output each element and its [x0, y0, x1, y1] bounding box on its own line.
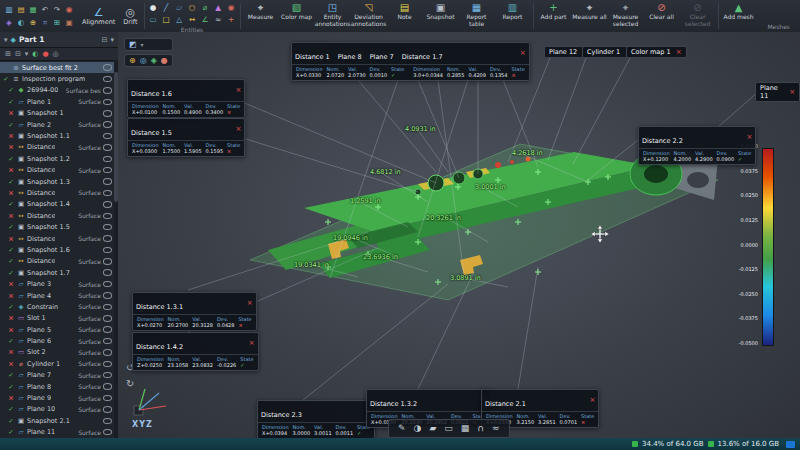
visibility-eye-icon[interactable]: [103, 395, 112, 402]
select-icon[interactable]: ◈: [151, 56, 157, 65]
tree-item[interactable]: ⊛ Surface best fit 2: [0, 62, 118, 73]
visibility-eye-icon[interactable]: [103, 99, 112, 106]
tree-item[interactable]: × ▱ Plane 9 Surface: [0, 392, 118, 403]
cylinder-entity-icon[interactable]: ⌀: [199, 2, 212, 14]
close-icon[interactable]: ×: [789, 88, 795, 96]
visibility-eye-icon[interactable]: [103, 235, 112, 242]
tree-item[interactable]: ✓ ▱ Plane 10 Surface: [0, 404, 118, 415]
clear-selected-button[interactable]: ⊘ Clear selected: [680, 0, 716, 32]
tree-item[interactable]: × ↔ Distance Surface: [0, 233, 118, 244]
visibility-eye-icon[interactable]: [103, 269, 112, 276]
dimension-label[interactable]: 3.0891 in: [450, 274, 481, 282]
tree-item[interactable]: × ↔ Distance Surface: [0, 165, 118, 176]
drift-button[interactable]: ◎ Drift: [119, 5, 141, 27]
tree-item[interactable]: ✓ ▣ Snapshot 1.3: [0, 176, 118, 187]
color-map-1-tag[interactable]: Color map 1 ×: [626, 46, 687, 58]
section-tool-icon[interactable]: ∩: [477, 420, 484, 437]
clear-all-button[interactable]: ⊘ Clear all: [644, 0, 680, 32]
visibility-eye-icon[interactable]: [103, 76, 112, 83]
collapse-all-icon[interactable]: ⊟: [15, 48, 21, 60]
tree-item[interactable]: ✓ ▣ Snapshot 2.1: [0, 415, 118, 426]
visibility-eye-icon[interactable]: [103, 258, 112, 265]
dimension-label[interactable]: 19.0341 in: [294, 261, 329, 269]
wireframe-mode-icon[interactable]: ▦: [461, 420, 470, 437]
view-menu[interactable]: ◩ ▾: [124, 38, 173, 51]
dimension-label[interactable]: 19.0946 in: [333, 234, 368, 242]
curve-entity-icon[interactable]: ≈: [212, 14, 225, 26]
visibility-eye-icon[interactable]: [103, 167, 112, 174]
close-icon[interactable]: ×: [247, 300, 253, 307]
close-icon[interactable]: ×: [249, 340, 255, 347]
visibility-eye-icon[interactable]: [103, 304, 112, 311]
tree-item[interactable]: ✓ ▱ Plane 7 Surface: [0, 370, 118, 381]
visibility-eye-icon[interactable]: [103, 292, 112, 299]
dimension-label[interactable]: 3.0001 in: [475, 183, 506, 191]
tree-item[interactable]: ✓ ▣ Snapshot 1.5: [0, 221, 118, 232]
dimension-label[interactable]: 4.2618 in: [512, 149, 543, 157]
sketch-tool-icon[interactable]: ✎: [398, 420, 406, 437]
slot-entity-icon[interactable]: ▭: [147, 14, 160, 26]
visibility-eye-icon[interactable]: [103, 247, 112, 254]
visibility-eye-icon[interactable]: [103, 190, 112, 197]
collapse-icon[interactable]: ▾: [4, 36, 8, 44]
dimension-label[interactable]: 4.0931 in: [405, 125, 436, 133]
deviation-annotations-button[interactable]: ◹ Deviation annotations: [351, 0, 387, 32]
viewport-3d[interactable]: ◩ ▾ ⊕◎◈● 0.05000.03750.02500.01250.0000-…: [118, 32, 800, 438]
add-part-button[interactable]: + Add part: [536, 0, 572, 32]
close-icon[interactable]: ×: [235, 87, 241, 94]
pick-point-icon[interactable]: ●: [161, 56, 168, 65]
visibility-eye-icon[interactable]: [103, 429, 112, 436]
tree-item[interactable]: ✓ ▣ Snapshot 1.2: [0, 153, 118, 164]
visibility-eye-icon[interactable]: [103, 406, 112, 413]
import-icon[interactable]: ▥: [3, 3, 15, 16]
curvature-tool-icon[interactable]: ≈: [492, 420, 500, 437]
tree-item[interactable]: ✓ ▱ Plane 1 Surface: [0, 96, 118, 107]
visibility-eye-icon[interactable]: [103, 372, 112, 379]
visibility-eye-icon[interactable]: [103, 121, 112, 128]
dimension-label[interactable]: 4.6812 in: [370, 168, 401, 176]
close-icon[interactable]: ×: [746, 134, 752, 141]
visibility-eye-icon[interactable]: [103, 64, 112, 71]
tree-item[interactable]: × ▭ Slot 2 Surface: [0, 347, 118, 358]
color-map-button[interactable]: ▧ Color map: [279, 0, 315, 32]
dimension-label[interactable]: 1.2591 in: [350, 197, 381, 205]
expand-all-icon[interactable]: ⊞: [5, 48, 11, 60]
plane-entity-icon[interactable]: ▱: [173, 2, 186, 14]
open-icon[interactable]: ▤: [15, 3, 27, 16]
tree-item[interactable]: × ▭ Slot 1 Surface: [0, 313, 118, 324]
annotation-distance-2-2[interactable]: Distance 2.2 × DimensionNom.Val.Dev.Stat…: [638, 126, 756, 165]
visibility-eye-icon[interactable]: [103, 338, 112, 345]
filter-icon[interactable]: ▾: [25, 48, 29, 60]
tree-item[interactable]: ✓ ▣ Snapshot 1.4: [0, 199, 118, 210]
shaded-mode-icon[interactable]: ▰: [429, 420, 436, 437]
tree-item[interactable]: × ▣ Snapshot 1: [0, 108, 118, 119]
tree-item[interactable]: ✓ ▱ Plane 8 Surface: [0, 381, 118, 392]
axes-icon[interactable]: ⊞: [51, 16, 63, 29]
visibility-eye-icon[interactable]: [103, 315, 112, 322]
annotation-distance-1-plane-8[interactable]: Distance 1Plane 8Plane 7Distance 1.7 × D…: [291, 42, 530, 81]
close-icon[interactable]: ×: [235, 126, 241, 133]
visibility-eye-icon[interactable]: [103, 361, 112, 368]
visibility-eye-icon[interactable]: [103, 418, 112, 425]
fit-view-icon[interactable]: ⊕: [129, 56, 136, 65]
tree-item[interactable]: ✓ ▱ Plane 11 Surface: [0, 427, 118, 438]
tree-item[interactable]: × ▣ Snapshot 1.1: [0, 130, 118, 141]
camera-icon[interactable]: ▣: [63, 16, 75, 29]
tree-item[interactable]: ✓ ▱ Plane 6 Surface: [0, 335, 118, 346]
circle-entity-icon[interactable]: ○: [186, 2, 199, 14]
tree-item[interactable]: ✓ ▣ Snapshot 1.6: [0, 244, 118, 255]
plane-11-tag[interactable]: Plane 11 ×: [755, 82, 800, 102]
tree-item[interactable]: ✓ ≡ Inspection program: [0, 73, 118, 84]
show-failed-icon[interactable]: ●: [42, 48, 48, 60]
measure-selected-button[interactable]: ⌖ Measure selected: [608, 0, 644, 32]
close-icon[interactable]: ×: [589, 397, 595, 404]
dimension-label[interactable]: 23.6936 in: [363, 253, 398, 261]
axis-triad[interactable]: X Y Z: [126, 384, 178, 434]
redo-icon[interactable]: ↷: [51, 3, 63, 16]
tree-item[interactable]: × ▱ Plane 5 Surface: [0, 324, 118, 335]
save-icon[interactable]: ▦: [27, 3, 39, 16]
tree-item[interactable]: × ⌀ Cylinder 1 Surface: [0, 358, 118, 369]
tree-item[interactable]: ✓ ◆ 26994-00 Surface bes: [0, 85, 118, 96]
visibility-eye-icon[interactable]: [103, 87, 112, 94]
tree-item[interactable]: ✓ ▱ Plane 2 Surface: [0, 119, 118, 130]
